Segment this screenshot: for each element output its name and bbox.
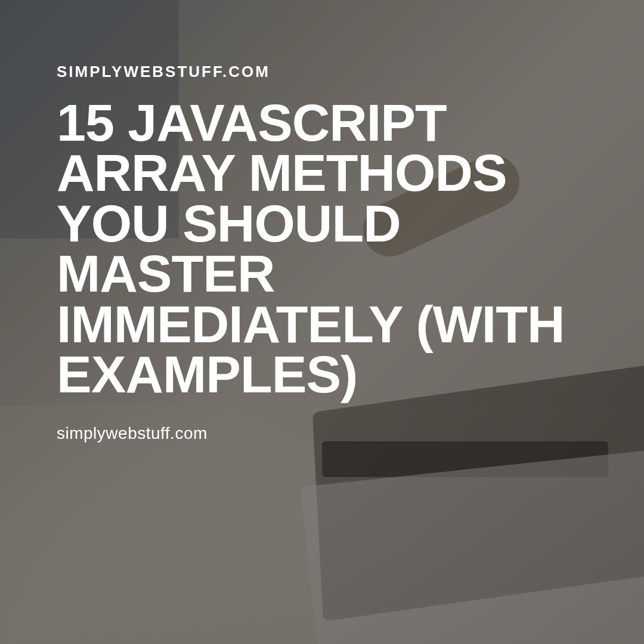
site-url: simplywebstuff.com xyxy=(57,424,587,443)
site-label: SIMPLYWEBSTUFF.COM xyxy=(57,63,587,81)
article-headline: 15 JAVASCRIPT ARRAY METHODS YOU SHOULD M… xyxy=(57,98,587,400)
content-container: SIMPLYWEBSTUFF.COM 15 JAVASCRIPT ARRAY M… xyxy=(0,0,644,644)
